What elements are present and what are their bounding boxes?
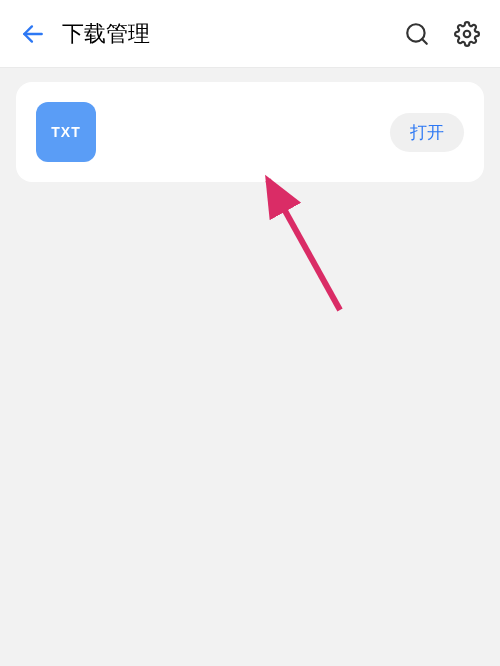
back-arrow-icon bbox=[20, 21, 46, 47]
open-button[interactable]: 打开 bbox=[390, 113, 464, 152]
header: 下载管理 bbox=[0, 0, 500, 68]
search-button[interactable] bbox=[400, 17, 434, 51]
svg-point-3 bbox=[464, 30, 471, 37]
settings-button[interactable] bbox=[450, 17, 484, 51]
file-type-label: TXT bbox=[51, 124, 80, 140]
svg-line-2 bbox=[422, 39, 427, 44]
search-icon bbox=[404, 21, 430, 47]
gear-icon bbox=[454, 21, 480, 47]
svg-line-5 bbox=[268, 180, 340, 310]
back-button[interactable] bbox=[16, 17, 50, 51]
download-item[interactable]: TXT 打开 bbox=[16, 82, 484, 182]
content-area: TXT 打开 bbox=[0, 68, 500, 196]
header-actions bbox=[400, 17, 484, 51]
page-title: 下载管理 bbox=[62, 19, 400, 49]
file-type-icon: TXT bbox=[36, 102, 96, 162]
